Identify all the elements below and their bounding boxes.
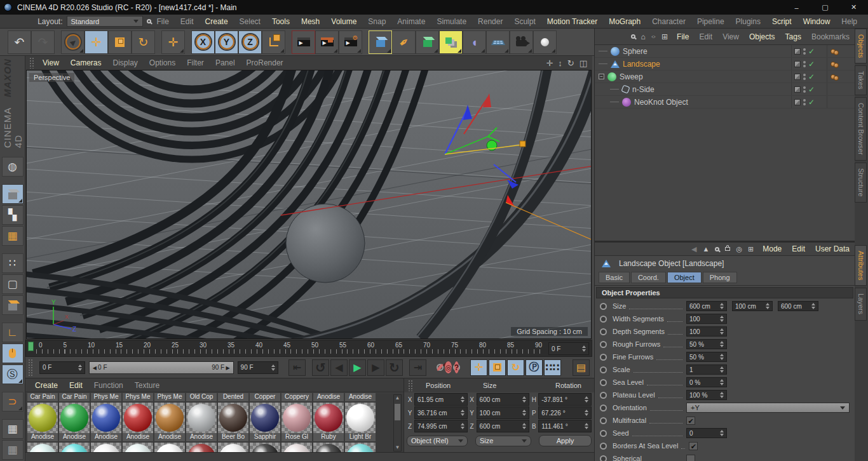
menu-item[interactable]: Render xyxy=(472,17,508,26)
tab-phong[interactable]: Phong xyxy=(703,272,737,283)
last-used-tool-move[interactable]: ✛ xyxy=(161,30,185,54)
key-scale-toggle[interactable] xyxy=(489,359,506,376)
material-thumbnail[interactable] xyxy=(218,443,248,452)
tab-basic[interactable]: Basic xyxy=(599,272,630,283)
material-name[interactable]: Old Cop xyxy=(186,393,217,401)
keyframe-dot[interactable] xyxy=(600,443,607,450)
polygons-mode-button[interactable] xyxy=(2,295,24,315)
side-tab[interactable]: Content Browser xyxy=(855,97,867,161)
layer-chip[interactable] xyxy=(794,61,801,67)
attribute-menu-item[interactable]: Edit xyxy=(787,244,810,253)
viewport-menu-item[interactable]: Display xyxy=(107,58,143,67)
width-segments-field[interactable]: 100 xyxy=(686,314,727,324)
add-cube-primitive-button[interactable] xyxy=(369,30,392,54)
visibility-dots[interactable] xyxy=(803,74,806,80)
subdivision-surface-button[interactable] xyxy=(416,30,439,54)
object-row-nside[interactable]: n-Side ✓ xyxy=(595,83,855,96)
seed-field[interactable]: 0 xyxy=(686,428,727,438)
material-name[interactable]: Anodise xyxy=(313,393,344,401)
material-name[interactable]: Car Pain xyxy=(27,393,58,401)
depth-segments-field[interactable]: 100 xyxy=(686,326,727,337)
menu-item[interactable]: Select xyxy=(234,17,266,26)
material-item[interactable]: Anodise xyxy=(186,403,217,441)
move-tool[interactable]: ✛ xyxy=(85,30,108,54)
viewport-menu-item[interactable]: Options xyxy=(144,58,181,67)
tweak-mode-button[interactable] xyxy=(2,344,24,363)
menu-item[interactable]: Animate xyxy=(391,17,431,26)
camera-button[interactable] xyxy=(510,30,533,54)
multifractal-checkbox[interactable] xyxy=(686,417,695,425)
scale-tool[interactable] xyxy=(108,30,132,54)
material-name[interactable]: Phys Me xyxy=(154,393,185,401)
material-name[interactable]: Car Pain xyxy=(59,393,90,401)
apply-button[interactable]: Apply xyxy=(539,435,592,446)
material-item[interactable]: Anodise xyxy=(59,403,90,441)
material-item[interactable]: Beer Bo xyxy=(218,403,248,441)
enabled-check-icon[interactable]: ✓ xyxy=(808,72,815,81)
viewport-menu-item[interactable]: View xyxy=(37,58,65,67)
close-button[interactable]: ✕ xyxy=(839,0,868,15)
position-field[interactable]: 74.995 cm xyxy=(414,420,468,432)
menu-item[interactable]: Tools xyxy=(266,17,295,26)
edges-mode-button[interactable]: ▢ xyxy=(2,274,24,294)
object-row-landscape[interactable]: Landscape ✓ xyxy=(595,58,855,70)
attribute-menu-item[interactable]: User Data xyxy=(810,244,855,253)
model-mode-button[interactable] xyxy=(2,184,24,204)
pan-view-icon[interactable]: ✛ xyxy=(546,58,553,68)
side-tab[interactable]: Structure xyxy=(855,163,867,203)
rotate-tool[interactable]: ↻ xyxy=(132,30,155,54)
texture-tags[interactable] xyxy=(827,58,855,70)
spline-pen-button[interactable]: ✒ xyxy=(392,30,416,54)
menu-item[interactable]: Window xyxy=(797,17,836,26)
environment-floor-button[interactable] xyxy=(486,30,510,54)
object-manager-menu-item[interactable]: Edit xyxy=(694,32,717,41)
size-field[interactable]: 600 cm xyxy=(477,393,530,406)
keyframe-dot[interactable] xyxy=(600,316,607,323)
tab-coord[interactable]: Coord. xyxy=(631,272,666,283)
position-field[interactable]: 61.95 cm xyxy=(414,393,468,406)
material-name[interactable]: Coppery xyxy=(281,393,312,401)
lock-z-axis-toggle[interactable]: Z xyxy=(238,30,262,54)
enabled-check-icon[interactable]: ✓ xyxy=(808,47,815,56)
enabled-check-icon[interactable]: ✓ xyxy=(808,60,815,69)
enable-snap-button[interactable]: ⊃ xyxy=(2,392,24,411)
menu-item[interactable]: Pipeline xyxy=(691,17,730,26)
material-item[interactable]: Anodise xyxy=(123,403,153,441)
search-icon[interactable] xyxy=(631,34,635,39)
record-keyframe-button[interactable] xyxy=(437,364,444,371)
enable-axis-button[interactable]: ∟ xyxy=(2,323,24,342)
keyframe-dot[interactable] xyxy=(600,417,607,424)
live-selection-tool[interactable]: ► xyxy=(61,30,85,54)
spherical-checkbox[interactable] xyxy=(686,455,695,461)
visibility-dots[interactable] xyxy=(803,99,806,105)
add-panel-icon[interactable]: ⊞ xyxy=(661,32,668,41)
material-thumbnail[interactable] xyxy=(27,443,58,452)
viewport-menu-item[interactable]: Cameras xyxy=(65,58,107,67)
menu-item[interactable]: Help xyxy=(836,17,863,26)
current-frame-marker[interactable] xyxy=(28,342,34,351)
path-bar-icon[interactable]: ○ xyxy=(651,34,656,39)
deformer-button[interactable]: ◖ xyxy=(463,30,486,54)
points-mode-button[interactable]: ∷ xyxy=(2,253,24,273)
material-name[interactable]: Phys Me xyxy=(91,393,121,401)
toggle-view-icon[interactable]: ◫ xyxy=(580,58,587,68)
layer-chip[interactable] xyxy=(794,74,801,80)
material-thumbnail[interactable] xyxy=(250,443,280,452)
search-icon[interactable] xyxy=(715,247,719,251)
spinner-arrows[interactable] xyxy=(582,345,586,352)
coordinate-system-toggle[interactable] xyxy=(262,30,285,54)
zoom-view-icon[interactable]: ↕ xyxy=(558,58,562,68)
material-menu-item[interactable]: Edit xyxy=(64,381,88,390)
goto-end-button[interactable]: ⇥ xyxy=(409,359,426,376)
next-frame-button[interactable]: ▶ xyxy=(367,359,384,376)
back-icon[interactable]: ◀ xyxy=(691,245,696,253)
maximize-button[interactable]: ▢ xyxy=(811,0,839,15)
texture-tags[interactable] xyxy=(827,45,855,57)
material-menu-item[interactable]: Texture xyxy=(129,381,165,390)
rotation-field[interactable]: -37.891 ° xyxy=(538,393,592,406)
menu-item[interactable]: Edit xyxy=(175,17,200,26)
home-icon[interactable]: ⌂ xyxy=(641,32,646,41)
texture-mode-button[interactable]: ▚ xyxy=(2,205,24,225)
key-rotation-toggle[interactable]: ↻ xyxy=(507,359,524,376)
size-mode-dropdown[interactable]: Size xyxy=(475,436,531,446)
